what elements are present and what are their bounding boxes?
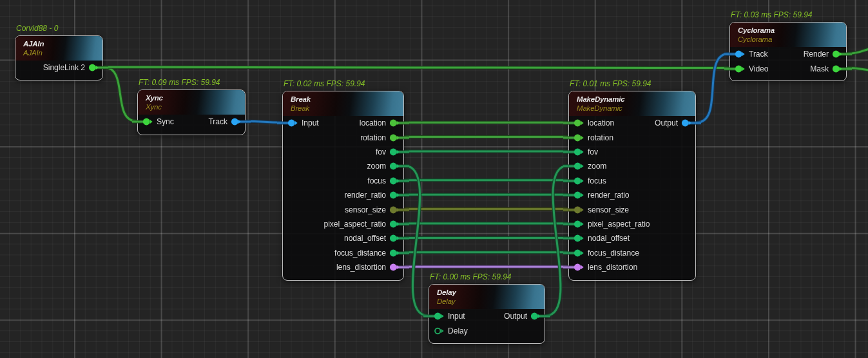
- pin-grass-icon[interactable]: [574, 133, 584, 142]
- node-header: DelayDelay: [429, 285, 545, 309]
- node-makedynamic[interactable]: FT: 0.01 ms FPS: 59.94MakeDynamicMakeDyn…: [568, 91, 696, 281]
- pin-emerald-icon[interactable]: [574, 191, 584, 200]
- pin-emerald-icon[interactable]: [574, 220, 584, 229]
- pin-green-icon[interactable]: [142, 117, 153, 126]
- output-pin-label: rotation: [360, 133, 386, 142]
- input-pin-group: focus_distance: [574, 246, 639, 260]
- input-pin-label: rotation: [588, 133, 613, 142]
- output-pin-label: location: [360, 118, 386, 127]
- pin-blue-icon[interactable]: [231, 117, 242, 126]
- output-pin-label: SingleLink 2: [43, 63, 85, 72]
- input-pin-label: focus: [588, 176, 606, 185]
- output-pin-label: lens_distortion: [336, 263, 386, 272]
- pin-blue-icon[interactable]: [681, 118, 692, 127]
- node-delay[interactable]: FT: 0.00 ms FPS: 59.94DelayDelayInputOut…: [429, 284, 545, 344]
- pin-green-icon[interactable]: [832, 50, 843, 59]
- output-pin-group: nodal_offset: [344, 231, 400, 245]
- pin-emerald-icon[interactable]: [574, 234, 584, 243]
- pin-emerald-icon[interactable]: [574, 162, 584, 171]
- node-row: sensor_size: [569, 202, 695, 216]
- link-wire[interactable]: [697, 53, 729, 122]
- output-pin-group: fov: [376, 145, 400, 159]
- node-graph-canvas[interactable]: Corvid88 - 0AJAInAJAInSingleLink 2FT: 0.…: [0, 0, 868, 358]
- pin-emerald-icon[interactable]: [389, 147, 400, 156]
- node-subtitle: Xync: [146, 102, 237, 111]
- input-pin-group: location: [574, 116, 614, 130]
- pin-blue-icon[interactable]: [735, 50, 746, 59]
- pin-emerald-icon[interactable]: [530, 312, 541, 321]
- input-pin-label: fov: [588, 147, 598, 156]
- output-pin-label: fov: [376, 147, 386, 156]
- output-pin-group: Output: [504, 309, 541, 323]
- output-pin-label: sensor_size: [345, 205, 386, 214]
- input-pin-label: location: [588, 118, 614, 127]
- node-rows: TrackRenderVideoMask: [730, 47, 846, 76]
- input-pin-label: Input: [448, 312, 465, 321]
- pin-emerald-icon[interactable]: [389, 220, 400, 229]
- pin-hollow-icon[interactable]: [434, 326, 445, 335]
- output-pin-label: zoom: [367, 162, 386, 171]
- pin-purple-icon[interactable]: [574, 263, 584, 272]
- pin-emerald-icon[interactable]: [389, 191, 400, 200]
- input-pin-group: lens_distortion: [574, 260, 637, 274]
- node-performance-caption: FT: 0.02 ms FPS: 59.94: [284, 79, 365, 88]
- input-pin-label: Track: [749, 50, 768, 59]
- input-pin-label: zoom: [588, 162, 606, 171]
- pin-olive-icon[interactable]: [389, 205, 400, 214]
- pin-olive-icon[interactable]: [574, 205, 584, 214]
- node-break[interactable]: FT: 0.02 ms FPS: 59.94BreakBreakInputloc…: [282, 91, 404, 281]
- output-pin-label: Output: [504, 312, 527, 321]
- link-wire[interactable]: [546, 165, 568, 316]
- input-pin-label: render_ratio: [588, 191, 630, 200]
- node-title: AJAIn: [23, 39, 95, 48]
- pin-emerald-icon[interactable]: [574, 176, 584, 185]
- output-pin-group: sensor_size: [345, 202, 400, 216]
- link-wire[interactable]: [104, 67, 729, 68]
- node-row: TrackRender: [730, 47, 846, 61]
- pin-grass-icon[interactable]: [389, 133, 400, 142]
- node-subtitle: Delay: [437, 297, 537, 306]
- node-row: locationOutput: [569, 116, 695, 130]
- input-pin-label: nodal_offset: [588, 234, 630, 243]
- output-pin-group: zoom: [367, 159, 400, 173]
- output-pin-label: render_ratio: [344, 191, 386, 200]
- pin-green-icon[interactable]: [735, 64, 746, 73]
- pin-emerald-icon[interactable]: [389, 162, 400, 171]
- input-pin-label: Input: [302, 118, 319, 127]
- node-performance-caption: FT: 0.00 ms FPS: 59.94: [430, 272, 512, 281]
- pin-grass-icon[interactable]: [389, 118, 400, 127]
- node-row: lens_distortion: [569, 260, 695, 274]
- node-performance-caption: FT: 0.03 ms FPS: 59.94: [731, 10, 813, 19]
- input-pin-group: Sync: [142, 115, 174, 129]
- node-cyclorama[interactable]: FT: 0.03 ms FPS: 59.94CycloramaCyclorama…: [729, 22, 847, 81]
- pin-purple-icon[interactable]: [389, 263, 400, 272]
- node-xync[interactable]: FT: 0.09 ms FPS: 59.94XyncXyncSyncTrack: [137, 90, 246, 135]
- node-row: SingleLink 2: [15, 61, 102, 75]
- node-row: zoom: [569, 159, 695, 173]
- pin-emerald-icon[interactable]: [389, 234, 400, 243]
- input-pin-group: focus: [574, 174, 606, 188]
- node-row: InputOutput: [429, 309, 545, 323]
- input-pin-label: Sync: [157, 117, 174, 126]
- output-pin-group: SingleLink 2: [43, 61, 99, 75]
- node-header: CycloramaCyclorama: [730, 23, 846, 47]
- pin-emerald-icon[interactable]: [434, 312, 445, 321]
- pin-emerald-icon[interactable]: [574, 147, 584, 156]
- link-wire[interactable]: [405, 165, 428, 316]
- pin-emerald-icon[interactable]: [389, 249, 400, 258]
- pin-green-icon[interactable]: [832, 64, 843, 73]
- pin-emerald-icon[interactable]: [389, 176, 400, 185]
- pin-grass-icon[interactable]: [574, 118, 584, 127]
- pin-green-icon[interactable]: [88, 63, 99, 72]
- node-rows: locationOutputrotationfovzoomfocusrender…: [569, 116, 695, 274]
- input-pin-label: focus_distance: [588, 249, 639, 258]
- node-subtitle: MakeDynamic: [577, 104, 688, 113]
- input-pin-group: Track: [735, 47, 768, 61]
- node-row: render_ratio: [569, 188, 695, 202]
- pin-emerald-icon[interactable]: [574, 249, 584, 258]
- pin-blue-icon[interactable]: [287, 118, 298, 127]
- input-pin-label: sensor_size: [588, 205, 629, 214]
- node-ajain[interactable]: Corvid88 - 0AJAInAJAInSingleLink 2: [15, 35, 103, 80]
- link-wire[interactable]: [104, 67, 137, 121]
- input-pin-group: rotation: [574, 130, 613, 144]
